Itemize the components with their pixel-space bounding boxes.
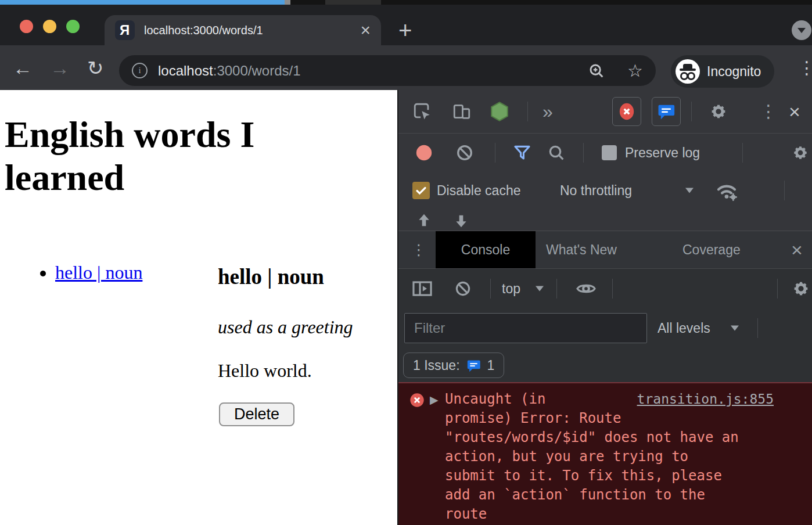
network-toolbar: Preserve log [398,134,812,171]
window-minimize-button[interactable] [43,20,56,33]
word-definition: used as a greeting [218,317,353,338]
window-zoom-button[interactable] [66,20,80,33]
tab-search-button[interactable] [792,20,811,40]
settings-gear-icon[interactable] [709,102,728,121]
incognito-label: Incognito [707,64,761,80]
error-icon [409,392,425,411]
divider [784,181,785,200]
remix-favicon-icon: R [115,20,135,40]
devtools-panel: » ⋮ × [397,90,812,525]
error-badge-icon [617,102,637,121]
error-text: Uncaught (in transition.js:855 promise) … [445,390,774,524]
console-filter-input[interactable] [404,313,647,343]
record-network-log-button[interactable] [414,142,434,163]
network-settings-gear-icon[interactable] [791,143,810,162]
execution-context-select[interactable]: top [502,281,520,296]
console-toolbar: top [398,269,812,308]
url-path: :3000/words/1 [213,63,301,78]
error-line: route [445,505,774,524]
background-window-blue [0,0,285,5]
zoom-in-icon[interactable] [588,62,605,80]
disable-cache-label[interactable]: Disable cache [437,182,520,198]
console-settings-gear-icon[interactable] [791,279,811,299]
network-conditions-bar: Disable cache No throttling [398,171,812,209]
error-source-link[interactable]: transition.js:855 [637,390,774,409]
browser-menu-button[interactable]: ⋮ [798,59,812,77]
divider [490,279,491,299]
more-tabs-icon[interactable]: » [542,101,553,123]
chat-bubble-icon [466,358,482,373]
expand-triangle-icon[interactable]: ▶ [430,393,439,407]
reload-button[interactable]: ↻ [87,58,104,78]
error-line: action, but you are trying to [445,447,774,466]
site-info-icon[interactable]: i [132,63,148,78]
chevron-down-icon[interactable] [685,188,694,193]
console-error-message: ▶ Uncaught (in transition.js:855 promise… [398,382,812,525]
word-title: hello | noun [218,264,324,289]
error-count-button[interactable] [612,97,641,126]
error-line: Uncaught (in [445,390,545,409]
console-sidebar-toggle-icon[interactable] [411,278,433,300]
issue-label: 1 Issue: [413,358,460,373]
browser-toolbar: ← → ↻ i localhost:3000/words/1 ☆ Incogni… [0,45,812,90]
issues-button[interactable] [652,97,681,126]
node-icon[interactable] [489,101,510,122]
chevron-down-icon[interactable] [536,286,544,291]
tab-strip: R localhost:3000/words/1 × + [0,5,812,45]
search-icon[interactable] [547,143,566,162]
tab-console[interactable]: Console [436,231,536,268]
inspect-element-icon[interactable] [412,102,432,121]
log-levels-select[interactable]: All levels [657,321,710,336]
divider [556,279,557,299]
page-title: English words I learned [5,113,330,199]
clear-console-icon[interactable] [454,280,472,297]
new-tab-button[interactable]: + [398,22,412,38]
network-conditions-icon[interactable] [714,178,739,203]
list-item: hello | noun [55,262,142,283]
preserve-log-checkbox[interactable] [602,145,617,160]
device-toolbar-icon[interactable] [452,102,472,121]
check-icon [414,184,428,197]
drawer-menu-button[interactable]: ⋮ [411,241,426,258]
tab-close-icon[interactable]: × [360,21,371,39]
clear-network-log-icon[interactable] [455,143,474,162]
tab-coverage[interactable]: Coverage [682,231,741,268]
divider [612,279,613,299]
browser-tab[interactable]: R localhost:3000/words/1 × [105,15,381,45]
har-import-icon[interactable] [415,211,433,231]
address-bar[interactable]: i localhost:3000/words/1 ☆ [119,55,656,86]
issues-counter-button[interactable]: 1 Issue: 1 [403,353,504,378]
tab-whats-new[interactable]: What's New [546,231,617,268]
live-expression-eye-icon[interactable] [575,278,597,300]
filter-funnel-icon[interactable] [512,143,532,163]
error-line: promise) Error: Route [445,409,774,428]
issue-count: 1 [487,358,495,373]
divider [777,279,778,299]
chevron-down-icon [797,28,806,33]
delete-button[interactable]: Delete [219,402,294,426]
console-filter-bar: All levels [398,308,812,348]
word-link[interactable]: hello | noun [55,262,142,283]
har-export-icon[interactable] [452,211,470,231]
drawer-close-icon[interactable]: × [791,240,803,260]
background-window-divider [285,0,290,5]
disable-cache-checkbox[interactable] [412,182,430,199]
preserve-log-label[interactable]: Preserve log [625,145,700,160]
devtools-main-toolbar: » ⋮ × [398,90,812,134]
har-toolbar [398,209,812,231]
error-line: "routes/words/$id" does not have an [445,428,774,447]
bookmark-star-icon[interactable]: ☆ [627,60,643,81]
tab-title: localhost:3000/words/1 [144,24,360,37]
chevron-down-icon[interactable] [731,326,739,331]
divider [527,102,528,121]
devtools-menu-button[interactable]: ⋮ [760,103,777,120]
back-button[interactable]: ← [13,58,33,78]
divider [757,318,758,338]
window-close-button[interactable] [20,20,33,33]
throttling-select[interactable]: No throttling [560,182,632,198]
divider [495,143,495,163]
devtools-close-icon[interactable]: × [789,102,800,121]
forward-button[interactable]: → [50,58,70,78]
url-host: localhost [158,63,213,78]
chat-bubble-icon [656,102,676,121]
